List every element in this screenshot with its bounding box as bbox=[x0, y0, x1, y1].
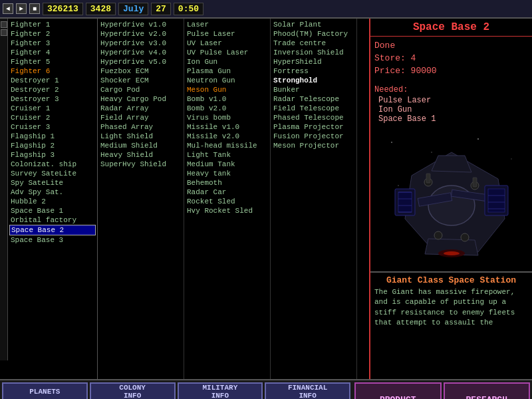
item-ion-gun[interactable]: Ion Gun bbox=[186, 57, 269, 66]
item-hyperdrive1[interactable]: Hyperdrive v1.0 bbox=[99, 20, 182, 29]
item-fortress[interactable]: Fortress bbox=[272, 66, 355, 76]
ship-fighter4[interactable]: Fighter 4 bbox=[9, 48, 96, 57]
nav-military-info[interactable]: MILITARYINFO bbox=[178, 382, 263, 399]
ship-fighter2[interactable]: Fighter 2 bbox=[9, 29, 96, 39]
item-radar-array[interactable]: Radar Array bbox=[99, 104, 182, 113]
item-light-shield[interactable]: Light Shield bbox=[99, 132, 182, 141]
ship-hubble[interactable]: Hubble 2 bbox=[9, 197, 96, 206]
ship-adv-spy[interactable]: Adv Spy Sat. bbox=[9, 188, 96, 197]
item-neutron-gun[interactable]: Neutron Gun bbox=[186, 76, 269, 85]
btn-stop[interactable]: ■ bbox=[29, 3, 40, 14]
btn-prev[interactable]: ◄ bbox=[3, 3, 13, 14]
ship-destroyer1[interactable]: Destroyer 1 bbox=[9, 76, 96, 85]
item-cargo[interactable]: Cargo Pod bbox=[99, 85, 182, 94]
structures-col: Solar Plant Phood(TM) Factory Trade cent… bbox=[271, 19, 357, 379]
item-virus-bomb[interactable]: Virus bomb bbox=[186, 113, 269, 122]
svg-point-31 bbox=[444, 251, 460, 255]
item-uv-laser[interactable]: UV Laser bbox=[186, 39, 269, 48]
ship-cruiser3[interactable]: Cruiser 3 bbox=[9, 122, 96, 132]
item-heavy-cargo[interactable]: Heavy Cargo Pod bbox=[99, 94, 182, 104]
ship-survey[interactable]: Survey SateLite bbox=[9, 169, 96, 178]
item-phased-array[interactable]: Phased Array bbox=[99, 122, 182, 132]
item-radar-telescope[interactable]: Radar Telescope bbox=[272, 94, 355, 104]
nav-colony-info[interactable]: COLONYINFO bbox=[90, 382, 176, 399]
item-hypershield[interactable]: HyperShield bbox=[272, 57, 355, 66]
item-hyperdrive5[interactable]: Hyperdrive v5.0 bbox=[99, 57, 182, 66]
item-trade-centre[interactable]: Trade centre bbox=[272, 39, 355, 48]
item-bomb2[interactable]: Bomb v2.0 bbox=[186, 104, 269, 113]
item-field-array[interactable]: Field Array bbox=[99, 113, 182, 122]
item-heavy-shield[interactable]: Heavy Shield bbox=[99, 150, 182, 160]
ship-space-base3[interactable]: Space Base 3 bbox=[9, 235, 96, 245]
ship-flagship2[interactable]: Flagship 2 bbox=[9, 141, 96, 150]
right-top: Space Base 2 Done Store: 4 Price: 90000 … bbox=[370, 19, 532, 271]
item-light-tank[interactable]: Light Tank bbox=[186, 150, 269, 160]
ship-flagship3[interactable]: Flagship 3 bbox=[9, 150, 96, 160]
item-bomb1[interactable]: Bomb v1.0 bbox=[186, 94, 269, 104]
svg-rect-27 bbox=[473, 178, 477, 187]
item-shocker[interactable]: Shocker ECM bbox=[99, 76, 182, 85]
station-svg bbox=[378, 132, 525, 265]
month-display: July bbox=[118, 3, 148, 15]
ship-fighter5[interactable]: Fighter 5 bbox=[9, 57, 96, 66]
item-bunker[interactable]: Bunker bbox=[272, 85, 355, 94]
edge-btn-1[interactable] bbox=[1, 21, 7, 28]
ship-spy[interactable]: Spy SateLite bbox=[9, 178, 96, 188]
main-wrapper: Fighter 1 Fighter 2 Fighter 3 Fighter 4 … bbox=[0, 19, 532, 379]
item-field-telescope[interactable]: Field Telescope bbox=[272, 104, 355, 113]
ship-space-base2[interactable]: Space Base 2 bbox=[9, 225, 96, 235]
item-superhvy-shield[interactable]: SuperHvy Shield bbox=[99, 160, 182, 169]
ship-fighter6[interactable]: Fighter 6 bbox=[9, 66, 96, 76]
ship-fighter3[interactable]: Fighter 3 bbox=[9, 39, 96, 48]
item-pulse-laser[interactable]: Pulse Laser bbox=[186, 29, 269, 39]
item-stronghold[interactable]: Stronghold bbox=[272, 76, 355, 85]
svg-rect-25 bbox=[426, 174, 430, 183]
ship-cruiser1[interactable]: Cruiser 1 bbox=[9, 104, 96, 113]
nav-planets[interactable]: PLANETS bbox=[2, 382, 88, 399]
svg-point-8 bbox=[428, 186, 475, 225]
item-phood[interactable]: Phood(TM) Factory bbox=[272, 29, 355, 39]
needed-pulse-laser: Pulse Laser bbox=[374, 96, 528, 105]
item-mul-head[interactable]: Mul-head missile bbox=[186, 141, 269, 150]
ship-orbital[interactable]: Orbital factory bbox=[9, 215, 96, 225]
nav-research[interactable]: RESEARCH bbox=[444, 382, 531, 399]
station-title-bar: Space Base 2 bbox=[370, 19, 532, 37]
btn-next[interactable]: ► bbox=[16, 3, 27, 14]
edge-btn-2[interactable] bbox=[1, 29, 7, 36]
item-plasma-projector[interactable]: Plasma Projector bbox=[272, 122, 355, 132]
nav-financial-info[interactable]: FINANCIALINFO bbox=[265, 382, 350, 399]
item-meson-gun[interactable]: Meson Gun bbox=[186, 85, 269, 94]
item-solar-plant[interactable]: Solar Plant bbox=[272, 20, 355, 29]
item-rocket-sled[interactable]: Rocket Sled bbox=[186, 197, 269, 206]
item-hyperdrive2[interactable]: Hyperdrive v2.0 bbox=[99, 29, 182, 39]
ship-fighter1[interactable]: Fighter 1 bbox=[9, 20, 96, 29]
nav-product[interactable]: PRODUCT bbox=[354, 382, 442, 399]
item-phased-telescope[interactable]: Phased Telescope bbox=[272, 113, 355, 122]
ship-destroyer2[interactable]: Destroyer 2 bbox=[9, 85, 96, 94]
ship-colonizat[interactable]: Colonizat. ship bbox=[9, 160, 96, 169]
item-meson-projector[interactable]: Meson Projector bbox=[272, 141, 355, 150]
item-missile1[interactable]: Missile v1.0 bbox=[186, 122, 269, 132]
item-medium-tank[interactable]: Medium Tank bbox=[186, 160, 269, 169]
ship-cruiser2[interactable]: Cruiser 2 bbox=[9, 113, 96, 122]
station-done: Done bbox=[374, 41, 528, 51]
item-fusion-projector[interactable]: Fusion Projector bbox=[272, 132, 355, 141]
station-info: Done Store: 4 Price: 90000 bbox=[370, 37, 532, 82]
item-hyperdrive3[interactable]: Hyperdrive v3.0 bbox=[99, 39, 182, 48]
item-fuezbox[interactable]: Fuezbox ECM bbox=[99, 66, 182, 76]
ship-flagship1[interactable]: Flagship 1 bbox=[9, 132, 96, 141]
item-missile2[interactable]: Missile v2.0 bbox=[186, 132, 269, 141]
item-behemoth[interactable]: Behemoth bbox=[186, 178, 269, 188]
ship-destroyer3[interactable]: Destroyer 3 bbox=[9, 94, 96, 104]
item-radar-car[interactable]: Radar Car bbox=[186, 188, 269, 197]
needed-ion-gun: Ion Gun bbox=[374, 105, 528, 114]
item-uv-pulse[interactable]: UV Pulse Laser bbox=[186, 48, 269, 57]
item-heavy-tank[interactable]: Heavy tank bbox=[186, 169, 269, 178]
ship-space-base1[interactable]: Space Base 1 bbox=[9, 206, 96, 215]
item-laser[interactable]: Laser bbox=[186, 20, 269, 29]
item-inversion-shield[interactable]: Inversion Shield bbox=[272, 48, 355, 57]
item-plasma-gun[interactable]: Plasma Gun bbox=[186, 66, 269, 76]
item-medium-shield[interactable]: Medium Shield bbox=[99, 141, 182, 150]
item-hyperdrive4[interactable]: Hyperdrive v4.0 bbox=[99, 48, 182, 57]
item-hvy-rocket[interactable]: Hvy Rocket Sled bbox=[186, 206, 269, 215]
